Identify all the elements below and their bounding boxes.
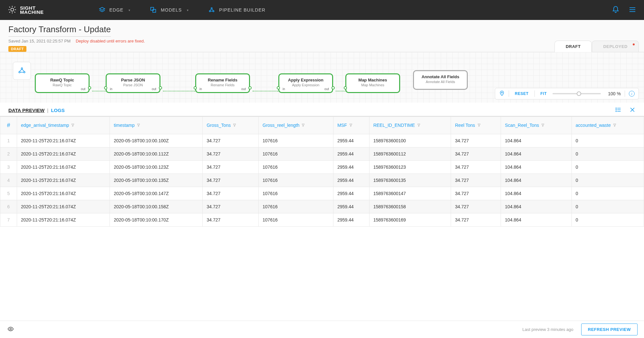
pin-in-icon[interactable] — [344, 86, 347, 89]
list-icon[interactable] — [615, 107, 621, 114]
zoom-value: 100 % — [605, 91, 621, 96]
table-row[interactable]: 12020-11-25T20:21:16.074Z2020-05-18T00:1… — [0, 134, 644, 147]
tab-draft[interactable]: DRAFT — [554, 41, 592, 52]
cell: 2020-05-18T00:10:00.158Z — [110, 200, 203, 213]
port-out: out — [152, 87, 156, 91]
node-map-machines[interactable]: Map Machines Map Machines — [345, 73, 400, 93]
brand-logo[interactable]: SIGHT MACHINE — [8, 5, 44, 15]
svg-point-11 — [616, 109, 617, 110]
node-parse-json[interactable]: Parse JSON Parse JSON in out — [106, 73, 160, 93]
svg-rect-2 — [153, 9, 156, 12]
brand-name: SIGHT MACHINE — [20, 6, 44, 14]
node-rawq-topic[interactable]: RawQ Topic RawQ Topic out — [35, 73, 90, 93]
cell: 34.727 — [203, 161, 259, 174]
locate-icon[interactable] — [499, 90, 505, 97]
table-row[interactable]: 32020-11-25T20:21:16.074Z2020-05-18T00:1… — [0, 161, 644, 174]
row-index: 4 — [0, 174, 17, 187]
column-header[interactable]: edge_arrival_timestamp — [17, 117, 110, 134]
page-title: Factory Transform - Update — [8, 24, 111, 37]
menu-icon[interactable] — [629, 6, 636, 14]
node-subtitle: Map Machines — [350, 83, 395, 87]
reset-button[interactable]: RESET — [513, 91, 531, 96]
cell: 34.727 — [203, 147, 259, 161]
cell: 2020-11-25T20:21:16.074Z — [17, 213, 110, 227]
table-row[interactable]: 72020-11-25T20:21:16.074Z2020-05-18T00:1… — [0, 213, 644, 227]
filter-icon[interactable] — [301, 123, 305, 128]
pin-in-icon[interactable] — [277, 86, 280, 89]
pin-out-icon[interactable] — [332, 86, 335, 89]
filter-icon[interactable] — [137, 123, 140, 128]
cell: 1589763600169 — [369, 213, 451, 227]
column-header[interactable]: Gross_Tons — [203, 117, 259, 134]
node-annotate-all-fields[interactable]: Annotate All Fields Annotate All Fields — [413, 70, 468, 90]
gear-logo-icon — [8, 5, 17, 15]
row-index: 7 — [0, 213, 17, 227]
filter-icon[interactable] — [613, 123, 617, 128]
cell: 34.727 — [203, 213, 259, 227]
tab-logs[interactable]: LOGS — [51, 108, 65, 113]
edge-icon — [99, 6, 106, 14]
filter-icon[interactable] — [71, 123, 75, 128]
deploy-error-text: Deploy disabled until errors are fixed. — [76, 39, 145, 43]
close-icon[interactable] — [629, 107, 636, 114]
column-header[interactable]: MSF — [333, 117, 369, 134]
column-index[interactable]: # — [0, 117, 17, 134]
filter-icon[interactable] — [233, 123, 236, 128]
table-row[interactable]: 52020-11-25T20:21:16.074Z2020-05-18T00:1… — [0, 187, 644, 200]
column-header[interactable]: timestamp — [110, 117, 203, 134]
filter-icon[interactable] — [349, 123, 353, 128]
port-in: in — [199, 87, 202, 91]
svg-rect-1 — [151, 7, 154, 10]
port-in: in — [110, 87, 112, 91]
slider-thumb[interactable] — [577, 91, 581, 96]
bell-icon[interactable] — [612, 6, 620, 14]
pin-in-icon[interactable] — [194, 86, 197, 89]
cell: 104.864 — [501, 187, 572, 200]
data-preview-table[interactable]: #edge_arrival_timestamptimestampGross_To… — [0, 116, 644, 227]
filter-icon[interactable] — [417, 123, 421, 128]
row-index: 6 — [0, 200, 17, 213]
table-row[interactable]: 42020-11-25T20:21:16.074Z2020-05-18T00:1… — [0, 174, 644, 187]
port-in: in — [283, 87, 285, 91]
cell: 34.727 — [203, 174, 259, 187]
tab-deployed[interactable]: DEPLOYED — [592, 41, 639, 52]
svg-point-4 — [209, 11, 211, 12]
cell: 34.727 — [203, 200, 259, 213]
column-header[interactable]: Reel Tons — [451, 117, 501, 134]
status-dot-icon — [633, 43, 635, 45]
nav-items: EDGE ▾ MODELS ▾ PIPELINE BUILDER — [99, 6, 265, 14]
cell: 1589763600147 — [369, 187, 451, 200]
nav-models[interactable]: MODELS ▾ — [150, 6, 189, 14]
node-rename-fields[interactable]: Rename Fields Rename Fields in out — [195, 73, 250, 93]
nav-pipeline[interactable]: PIPELINE BUILDER — [208, 6, 265, 14]
column-header[interactable]: REEL_ID_ENDTIME — [369, 117, 451, 134]
node-apply-expression[interactable]: Apply Expression Apply Expression in out — [278, 73, 333, 93]
svg-point-8 — [24, 71, 25, 73]
cell: 34.727 — [451, 200, 501, 213]
column-header[interactable]: Scan_Reel_Tons — [501, 117, 572, 134]
cell: 107616 — [259, 147, 333, 161]
pin-out-icon[interactable] — [88, 86, 91, 89]
node-subtitle: Rename Fields — [200, 83, 245, 87]
fit-button[interactable]: FIT — [539, 91, 549, 96]
svg-point-7 — [19, 71, 20, 73]
pin-out-icon[interactable] — [248, 86, 252, 89]
cell: 2959.44 — [333, 200, 369, 213]
pin-out-icon[interactable] — [159, 86, 162, 89]
cell: 34.727 — [451, 174, 501, 187]
tab-data-preview[interactable]: DATA PREVIEW — [8, 108, 44, 113]
column-header[interactable]: Gross_reel_length — [259, 117, 333, 134]
pin-in-icon[interactable] — [104, 86, 107, 89]
nav-edge[interactable]: EDGE ▾ — [99, 6, 131, 14]
pipeline-canvas[interactable]: RawQ Topic RawQ Topic out Parse JSON Par… — [0, 52, 644, 103]
page-header: Factory Transform - Update Saved Jan 15,… — [0, 20, 644, 52]
filter-icon[interactable] — [477, 123, 481, 128]
filter-icon[interactable] — [541, 123, 545, 128]
start-node[interactable] — [13, 62, 31, 80]
table-row[interactable]: 22020-11-25T20:21:16.074Z2020-05-18T00:1… — [0, 147, 644, 161]
column-header[interactable]: accounted_waste — [572, 117, 644, 134]
info-icon[interactable]: i — [629, 91, 635, 97]
table-row[interactable]: 62020-11-25T20:21:16.074Z2020-05-18T00:1… — [0, 200, 644, 213]
zoom-slider[interactable] — [553, 93, 601, 94]
port-out: out — [241, 87, 246, 91]
